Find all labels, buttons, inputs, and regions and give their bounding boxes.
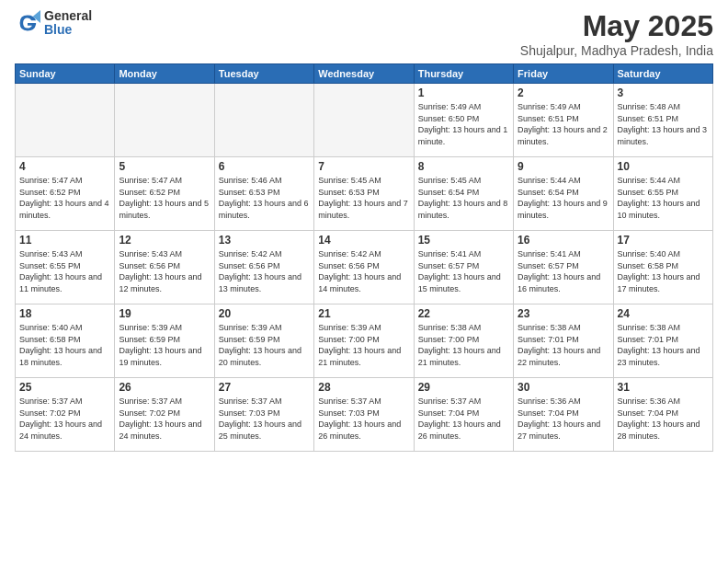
day-number: 3: [618, 86, 709, 99]
logo-blue: Blue: [44, 23, 92, 37]
day-cell: 7Sunrise: 5:45 AM Sunset: 6:53 PM Daylig…: [314, 157, 414, 231]
day-info: Sunrise: 5:42 AM Sunset: 6:56 PM Dayligh…: [219, 248, 310, 294]
day-info: Sunrise: 5:37 AM Sunset: 7:03 PM Dayligh…: [219, 396, 310, 442]
day-cell: 13Sunrise: 5:42 AM Sunset: 6:56 PM Dayli…: [214, 231, 313, 304]
day-cell: [214, 84, 313, 157]
week-row-1: 4Sunrise: 5:47 AM Sunset: 6:52 PM Daylig…: [16, 157, 713, 231]
day-cell: 9Sunrise: 5:44 AM Sunset: 6:54 PM Daylig…: [514, 157, 613, 231]
day-cell: [16, 84, 115, 157]
day-info: Sunrise: 5:38 AM Sunset: 7:01 PM Dayligh…: [618, 322, 709, 368]
day-number: 14: [318, 234, 409, 247]
day-cell: 26Sunrise: 5:37 AM Sunset: 7:02 PM Dayli…: [115, 378, 214, 452]
day-cell: [314, 84, 414, 157]
day-number: 29: [418, 381, 509, 394]
day-number: 15: [418, 234, 509, 247]
day-cell: 16Sunrise: 5:41 AM Sunset: 6:57 PM Dayli…: [514, 231, 613, 304]
col-header-tuesday: Tuesday: [214, 64, 313, 84]
month-title: May 2025: [520, 9, 713, 43]
day-cell: 6Sunrise: 5:46 AM Sunset: 6:53 PM Daylig…: [214, 157, 313, 231]
col-header-sunday: Sunday: [16, 64, 115, 84]
week-row-0: 1Sunrise: 5:49 AM Sunset: 6:50 PM Daylig…: [16, 84, 713, 157]
day-number: 30: [518, 381, 609, 394]
day-number: 7: [318, 160, 409, 173]
day-cell: 3Sunrise: 5:48 AM Sunset: 6:51 PM Daylig…: [613, 84, 712, 157]
day-info: Sunrise: 5:37 AM Sunset: 7:02 PM Dayligh…: [19, 396, 110, 442]
day-cell: 10Sunrise: 5:44 AM Sunset: 6:55 PM Dayli…: [613, 157, 712, 231]
day-number: 13: [219, 234, 310, 247]
day-info: Sunrise: 5:46 AM Sunset: 6:53 PM Dayligh…: [219, 175, 310, 221]
day-info: Sunrise: 5:39 AM Sunset: 6:59 PM Dayligh…: [119, 322, 210, 368]
day-info: Sunrise: 5:37 AM Sunset: 7:04 PM Dayligh…: [418, 396, 509, 442]
day-number: 28: [318, 381, 409, 394]
day-cell: 22Sunrise: 5:38 AM Sunset: 7:00 PM Dayli…: [414, 304, 513, 378]
day-info: Sunrise: 5:40 AM Sunset: 6:58 PM Dayligh…: [19, 322, 110, 368]
day-number: 24: [618, 307, 709, 320]
day-cell: 27Sunrise: 5:37 AM Sunset: 7:03 PM Dayli…: [214, 378, 313, 452]
day-number: 1: [418, 86, 509, 99]
day-info: Sunrise: 5:48 AM Sunset: 6:51 PM Dayligh…: [618, 101, 709, 147]
day-cell: 19Sunrise: 5:39 AM Sunset: 6:59 PM Dayli…: [115, 304, 214, 378]
day-cell: 30Sunrise: 5:36 AM Sunset: 7:04 PM Dayli…: [514, 378, 613, 452]
header-row: SundayMondayTuesdayWednesdayThursdayFrid…: [16, 64, 713, 84]
day-number: 12: [119, 234, 210, 247]
day-info: Sunrise: 5:44 AM Sunset: 6:55 PM Dayligh…: [618, 175, 709, 221]
day-info: Sunrise: 5:40 AM Sunset: 6:58 PM Dayligh…: [618, 248, 709, 294]
day-number: 23: [518, 307, 609, 320]
day-number: 22: [418, 307, 509, 320]
day-cell: [115, 84, 214, 157]
day-info: Sunrise: 5:36 AM Sunset: 7:04 PM Dayligh…: [618, 396, 709, 442]
day-info: Sunrise: 5:47 AM Sunset: 6:52 PM Dayligh…: [19, 175, 110, 221]
day-cell: 4Sunrise: 5:47 AM Sunset: 6:52 PM Daylig…: [16, 157, 115, 231]
day-number: 16: [518, 234, 609, 247]
day-info: Sunrise: 5:37 AM Sunset: 7:03 PM Dayligh…: [318, 396, 409, 442]
day-number: 20: [219, 307, 310, 320]
day-info: Sunrise: 5:39 AM Sunset: 6:59 PM Dayligh…: [219, 322, 310, 368]
day-info: Sunrise: 5:44 AM Sunset: 6:54 PM Dayligh…: [518, 175, 609, 221]
day-info: Sunrise: 5:45 AM Sunset: 6:53 PM Dayligh…: [318, 175, 409, 221]
day-number: 17: [618, 234, 709, 247]
day-number: 10: [618, 160, 709, 173]
day-info: Sunrise: 5:41 AM Sunset: 6:57 PM Dayligh…: [418, 248, 509, 294]
day-cell: 14Sunrise: 5:42 AM Sunset: 6:56 PM Dayli…: [314, 231, 414, 304]
day-number: 26: [119, 381, 210, 394]
day-number: 31: [618, 381, 709, 394]
day-number: 21: [318, 307, 409, 320]
col-header-saturday: Saturday: [613, 64, 712, 84]
day-info: Sunrise: 5:36 AM Sunset: 7:04 PM Dayligh…: [518, 396, 609, 442]
page: General Blue May 2025 Shujalpur, Madhya …: [0, 0, 728, 563]
day-info: Sunrise: 5:47 AM Sunset: 6:52 PM Dayligh…: [119, 175, 210, 221]
header: General Blue May 2025 Shujalpur, Madhya …: [15, 9, 713, 58]
day-number: 11: [19, 234, 110, 247]
col-header-wednesday: Wednesday: [314, 64, 414, 84]
day-number: 25: [19, 381, 110, 394]
day-info: Sunrise: 5:37 AM Sunset: 7:02 PM Dayligh…: [119, 396, 210, 442]
day-cell: 1Sunrise: 5:49 AM Sunset: 6:50 PM Daylig…: [414, 84, 513, 157]
logo-text: General Blue: [44, 9, 92, 38]
day-info: Sunrise: 5:49 AM Sunset: 6:51 PM Dayligh…: [518, 101, 609, 147]
day-cell: 23Sunrise: 5:38 AM Sunset: 7:01 PM Dayli…: [514, 304, 613, 378]
day-number: 6: [219, 160, 310, 173]
logo: General Blue: [15, 9, 92, 38]
day-info: Sunrise: 5:41 AM Sunset: 6:57 PM Dayligh…: [518, 248, 609, 294]
day-cell: 8Sunrise: 5:45 AM Sunset: 6:54 PM Daylig…: [414, 157, 513, 231]
title-block: May 2025 Shujalpur, Madhya Pradesh, Indi…: [520, 9, 713, 58]
day-cell: 17Sunrise: 5:40 AM Sunset: 6:58 PM Dayli…: [613, 231, 712, 304]
day-info: Sunrise: 5:43 AM Sunset: 6:56 PM Dayligh…: [119, 248, 210, 294]
calendar: SundayMondayTuesdayWednesdayThursdayFrid…: [15, 63, 713, 452]
col-header-monday: Monday: [115, 64, 214, 84]
day-cell: 25Sunrise: 5:37 AM Sunset: 7:02 PM Dayli…: [16, 378, 115, 452]
col-header-thursday: Thursday: [414, 64, 513, 84]
day-info: Sunrise: 5:45 AM Sunset: 6:54 PM Dayligh…: [418, 175, 509, 221]
day-number: 5: [119, 160, 210, 173]
day-cell: 21Sunrise: 5:39 AM Sunset: 7:00 PM Dayli…: [314, 304, 414, 378]
logo-icon: [15, 10, 40, 36]
day-number: 2: [518, 86, 609, 99]
day-info: Sunrise: 5:38 AM Sunset: 7:01 PM Dayligh…: [518, 322, 609, 368]
day-cell: 5Sunrise: 5:47 AM Sunset: 6:52 PM Daylig…: [115, 157, 214, 231]
week-row-2: 11Sunrise: 5:43 AM Sunset: 6:55 PM Dayli…: [16, 231, 713, 304]
day-cell: 12Sunrise: 5:43 AM Sunset: 6:56 PM Dayli…: [115, 231, 214, 304]
day-cell: 31Sunrise: 5:36 AM Sunset: 7:04 PM Dayli…: [613, 378, 712, 452]
day-cell: 18Sunrise: 5:40 AM Sunset: 6:58 PM Dayli…: [16, 304, 115, 378]
location: Shujalpur, Madhya Pradesh, India: [520, 43, 713, 58]
day-cell: 24Sunrise: 5:38 AM Sunset: 7:01 PM Dayli…: [613, 304, 712, 378]
